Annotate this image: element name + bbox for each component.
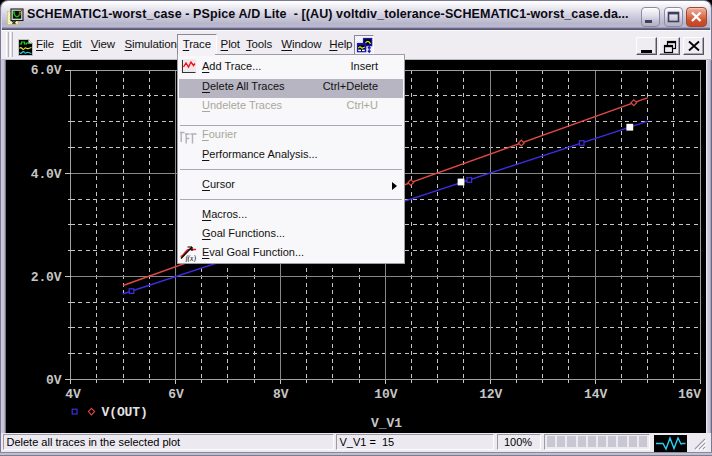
svg-text:V_V1: V_V1 xyxy=(371,416,402,431)
svg-text:4V: 4V xyxy=(65,387,81,402)
svg-text:0V: 0V xyxy=(46,373,62,388)
svg-text:16V: 16V xyxy=(678,387,701,402)
svg-text:f(x): f(x) xyxy=(186,254,197,262)
svg-text:V(OUT): V(OUT) xyxy=(102,405,148,420)
svg-text:2.0V: 2.0V xyxy=(31,270,62,285)
svg-text:6V: 6V xyxy=(168,387,184,402)
svg-text:10V: 10V xyxy=(374,387,397,402)
svg-text:14V: 14V xyxy=(584,387,607,402)
svg-text:4.0V: 4.0V xyxy=(31,167,62,182)
svg-text:12V: 12V xyxy=(479,387,502,402)
svg-text:6.0V: 6.0V xyxy=(31,63,62,78)
svg-text:8V: 8V xyxy=(273,387,289,402)
